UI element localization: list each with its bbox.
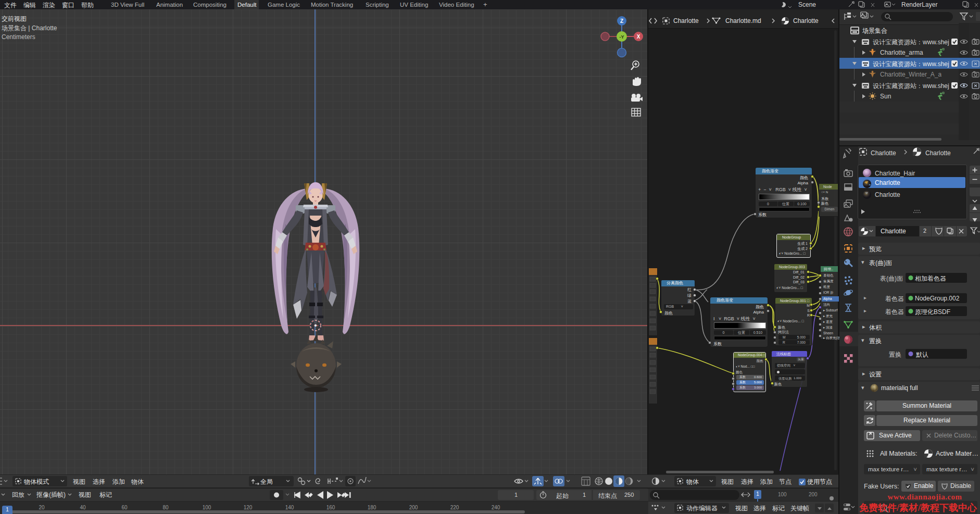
svg-text:Z: Z [620, 18, 623, 24]
svg-text:-Y: -Y [620, 34, 624, 40]
svg-text:X: X [637, 34, 640, 40]
